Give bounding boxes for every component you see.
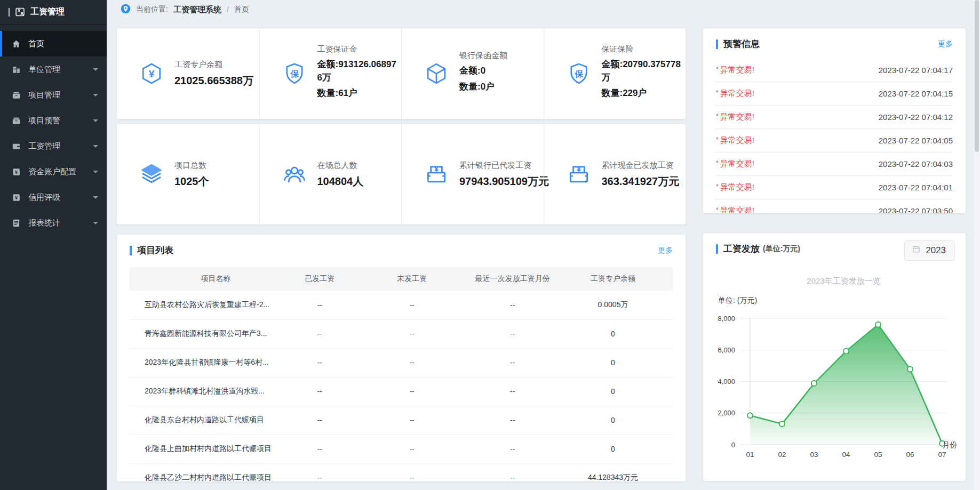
alert-dot-icon: * [716,183,719,190]
archive-icon [11,116,21,126]
sidebar-item-label: 资金账户配置 [28,167,86,177]
chevron-down-icon [93,171,98,173]
yuan-box-icon: ¥ [11,167,21,177]
column-header: 已发工资 [287,267,352,291]
stat-card: 银行保函金额金额:0数量:0户 [401,28,544,119]
table-row[interactable]: 互助县农村公路灾后恢复重建工程-2...------0.0005万 [130,291,673,319]
building-icon [11,65,21,75]
unpaid-salary-cell: -- [352,406,472,435]
year-selector[interactable]: 2023 [904,240,955,261]
dashboard-content: ¥工资专户余额21025.665388万保工资保证金金额:913126.0689… [107,19,980,481]
shield-bao-icon: 保 [282,61,307,86]
chevron-down-icon [93,222,98,224]
svg-text:¥: ¥ [18,8,20,13]
project-name-cell[interactable]: 化隆县乙沙二村村内道路以工代赈项目 [130,463,287,481]
warning-list: *异常交易!2023-07-22 07:04:17*异常交易!2023-07-2… [703,55,966,213]
sidebar-item-credit-rating[interactable]: ¥信用评级 [0,184,107,210]
report-icon [11,218,21,228]
sidebar-item-label: 项目预警 [28,116,86,126]
last-payment-month-cell: -- [472,291,553,319]
project-list-more-link[interactable]: 更多 [658,246,673,255]
warning-text: *异常交易! [716,159,754,169]
stat-card: ¥工资专户余额21025.665388万 [117,28,259,119]
stat-label: 项目总数 [174,160,209,171]
warning-text: *异常交易! [716,182,754,192]
cube-icon [424,61,449,86]
alert-dot-icon: * [716,159,719,167]
sidebar-item-project-management[interactable]: 项目管理 [0,82,107,108]
warning-item[interactable]: *异常交易!2023-07-22 07:04:17 [716,59,953,82]
x-tick-label: 06 [906,451,914,459]
stat-card: 在场总人数104804人 [259,124,402,224]
warning-timestamp: 2023-07-22 07:04:17 [879,66,953,75]
stat-value: 97943.905109万元 [459,174,549,189]
sidebar-item-label: 单位管理 [28,65,86,75]
account-balance-cell: 0 [553,435,673,463]
warning-item[interactable]: *异常交易!2023-07-22 07:03:50 [716,199,953,213]
hexagon-yuan-icon: ¥ [139,61,164,86]
table-row[interactable]: 青海鑫园新能源科技有限公司年产3...------0 [130,319,673,348]
chart-subtitle: 2023年工资发放一览 [807,276,880,285]
project-table-body: 互助县农村公路灾后恢复重建工程-2...------0.0005万青海鑫园新能源… [130,291,673,481]
sidebar-item-unit-management[interactable]: 单位管理 [0,57,107,82]
warning-panel: 预警信息 更多 *异常交易!2023-07-22 07:04:17*异常交易!2… [703,28,966,213]
table-row[interactable]: 2023年化隆县甘都镇隆康一村等6村...------0 [130,348,673,377]
warning-item[interactable]: *异常交易!2023-07-22 07:04:01 [716,176,953,199]
wallet-icon [11,141,21,151]
project-name-cell[interactable]: 化隆县上曲加村村内道路以工代赈项目 [130,435,287,463]
table-row[interactable]: 化隆县东台村村内道路以工代赈项目------0 [130,406,673,435]
project-name-cell[interactable]: 2023年化隆县甘都镇隆康一村等6村... [130,348,287,377]
warning-item[interactable]: *异常交易!2023-07-22 07:04:03 [716,152,953,176]
unpaid-salary-cell: -- [352,435,472,463]
sidebar-item-project-alert[interactable]: 项目预警 [0,108,107,133]
main-area: 当前位置: 工资管理系统 / 首页 ¥工资专户余额21025.665388万保工… [107,0,980,490]
project-name-cell[interactable]: 青海鑫园新能源科技有限公司年产3... [130,319,287,348]
table-row[interactable]: 2023年群科镇滩北村溢洪道沟水毁...------0 [130,377,673,406]
sidebar-item-salary-management[interactable]: 工资管理 [0,133,107,159]
stat-label: 累计银行已代发工资 [459,160,549,171]
stat-value: 363.341927万元 [602,174,680,189]
project-name-cell[interactable]: 2023年群科镇滩北村溢洪道沟水毁... [130,377,287,406]
table-row[interactable]: 化隆县乙沙二村村内道路以工代赈项目------44.128343万元 [130,463,673,481]
paid-salary-cell: -- [287,348,352,377]
alert-dot-icon: * [716,113,719,120]
sidebar-item-home[interactable]: 首页 [0,31,107,57]
breadcrumb-bar: 当前位置: 工资管理系统 / 首页 [107,0,980,19]
sidebar-item-label: 首页 [28,39,98,49]
unpaid-salary-cell: -- [352,319,472,348]
table-row[interactable]: 化隆县上曲加村村内道路以工代赈项目------0 [130,435,673,463]
warning-item[interactable]: *异常交易!2023-07-22 07:04:12 [716,106,953,129]
warning-timestamp: 2023-07-22 07:04:12 [879,113,953,122]
account-balance-cell: 0.0005万 [553,291,673,319]
breadcrumb-root[interactable]: 工资管理系统 [173,5,221,15]
warning-more-link[interactable]: 更多 [938,39,953,49]
x-tick-label: 02 [778,451,786,459]
project-name-cell[interactable]: 互助县农村公路灾后恢复重建工程-2... [130,291,287,319]
stat-value: 数量:61户 [317,87,402,100]
salary-app-logo-icon: ¥ [14,6,26,18]
project-name-cell[interactable]: 化隆县东台村村内道路以工代赈项目 [130,406,287,435]
y-tick-label: 4,000 [718,377,735,385]
x-tick-label: 07 [938,451,946,459]
warning-item[interactable]: *异常交易!2023-07-22 07:04:05 [716,129,953,152]
account-balance-cell: 0 [553,377,673,406]
shield-bao-icon: 保 [567,61,591,86]
users-icon [282,162,307,187]
sidebar-item-report-statistics[interactable]: 报表统计 [0,210,107,236]
cashbox-icon: ¥ [424,162,449,187]
project-table-head: 项目名称已发工资未发工资最近一次发放工资月份工资专户余额 [130,267,673,291]
sidebar-item-fund-account-config[interactable]: ¥资金账户配置 [0,159,107,184]
alert-dot-icon: * [716,136,719,143]
scrollbar-thumb[interactable] [975,0,979,152]
unpaid-salary-cell: -- [352,348,472,377]
svg-text:¥: ¥ [434,165,439,173]
stats-panel-totals: 项目总数1025个在场总人数104804人¥累计银行已代发工资97943.905… [117,124,686,224]
column-header: 未发工资 [352,267,472,291]
data-point-marker [779,421,785,427]
paid-salary-cell: -- [287,291,352,319]
warning-timestamp: 2023-07-22 07:04:01 [879,183,953,192]
x-axis-title: 月份 [943,441,957,449]
column-header: 最近一次发放工资月份 [472,267,553,291]
warning-item[interactable]: *异常交易!2023-07-22 07:04:15 [716,82,953,106]
data-point-marker [843,349,849,354]
